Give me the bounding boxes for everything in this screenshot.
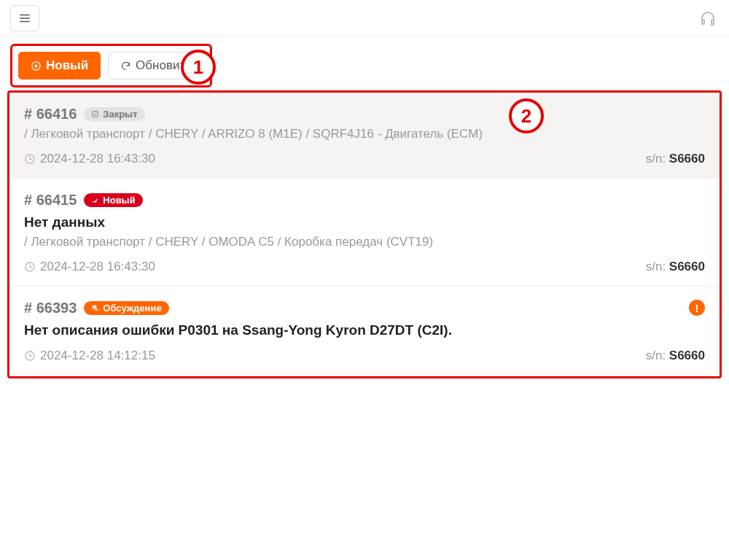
badge-icon	[91, 110, 99, 118]
badge-icon	[91, 304, 99, 312]
ticket-title: Нет данных	[24, 214, 705, 230]
ticket-timestamp: 2024-12-28 16:43:30	[24, 152, 155, 166]
ticket-header-row: # 66393Обсуждение	[24, 300, 705, 316]
status-badge-label: Обсуждение	[103, 303, 161, 314]
new-button-label: Новый	[46, 58, 88, 73]
new-button[interactable]: Новый	[18, 52, 101, 79]
ticket-header-row: # 66415Новый	[24, 192, 705, 209]
ticket-serial-value: S6660	[669, 260, 705, 273]
ticket-serial-value: S6660	[669, 349, 705, 362]
ticket-footer: 2024-12-28 16:43:30s/n: S6660	[24, 152, 705, 166]
status-badge-label: Закрыт	[103, 109, 137, 120]
ticket-timestamp-text: 2024-12-28 16:43:30	[40, 260, 155, 274]
ticket-title: Нет описания ошибки P0301 на Ssang-Yong …	[24, 322, 705, 338]
hamburger-icon	[18, 12, 31, 25]
status-badge-label: Новый	[103, 195, 135, 206]
svg-rect-2	[20, 20, 30, 22]
status-badge: Закрыт	[84, 107, 144, 121]
alert-icon: !	[689, 300, 705, 316]
plus-circle-icon	[31, 61, 42, 71]
clock-icon	[24, 153, 36, 165]
svg-rect-0	[20, 14, 30, 15]
ticket-serial-value: S6660	[669, 152, 705, 166]
badge-icon	[91, 196, 99, 204]
ticket-list: # 66416Закрыт/ Легковой транспорт / CHER…	[7, 90, 722, 378]
headphones-icon	[699, 9, 717, 27]
ticket-timestamp: 2024-12-28 16:43:30	[24, 260, 155, 274]
ticket-footer: 2024-12-28 16:43:30s/n: S6660	[24, 260, 705, 274]
ticket-item[interactable]: # 66415НовыйНет данных/ Легковой транспо…	[9, 179, 720, 287]
ticket-serial: s/n: S6660	[646, 152, 705, 166]
ticket-serial: s/n: S6660	[646, 349, 705, 363]
clock-icon	[24, 261, 36, 273]
annotation-callout-2: 2	[509, 98, 544, 133]
clock-icon	[24, 350, 36, 362]
ticket-serial: s/n: S6660	[646, 260, 705, 274]
ticket-footer: 2024-12-28 14:12:15s/n: S6660	[24, 349, 705, 363]
ticket-id: # 66393	[24, 300, 77, 316]
ticket-timestamp-text: 2024-12-28 16:43:30	[40, 152, 155, 166]
refresh-icon	[120, 61, 131, 71]
ticket-id: # 66416	[24, 106, 77, 122]
ticket-path: / Легковой транспорт / CHERY / ARRIZO 8 …	[24, 127, 705, 141]
svg-rect-3	[702, 20, 704, 24]
ticket-item[interactable]: # 66416Закрыт/ Легковой транспорт / CHER…	[9, 93, 720, 179]
svg-rect-4	[712, 20, 714, 24]
ticket-timestamp: 2024-12-28 14:12:15	[24, 349, 155, 363]
ticket-id: # 66415	[24, 192, 77, 209]
support-button[interactable]	[697, 7, 719, 29]
ticket-path: / Легковой транспорт / CHERY / OMODA C5 …	[24, 235, 705, 249]
ticket-item[interactable]: # 66393ОбсуждениеНет описания ошибки P03…	[9, 287, 720, 375]
annotation-callout-1: 1	[181, 50, 216, 85]
status-badge: Обсуждение	[84, 301, 168, 315]
topbar	[0, 0, 729, 36]
ticket-timestamp-text: 2024-12-28 14:12:15	[40, 349, 155, 363]
ticket-header-row: # 66416Закрыт	[24, 106, 705, 122]
status-badge: Новый	[84, 193, 142, 207]
svg-rect-1	[20, 18, 30, 19]
toolbar-area: Новый Обновить 1 2	[0, 36, 729, 88]
svg-rect-8	[93, 112, 98, 117]
menu-button[interactable]	[10, 5, 39, 31]
